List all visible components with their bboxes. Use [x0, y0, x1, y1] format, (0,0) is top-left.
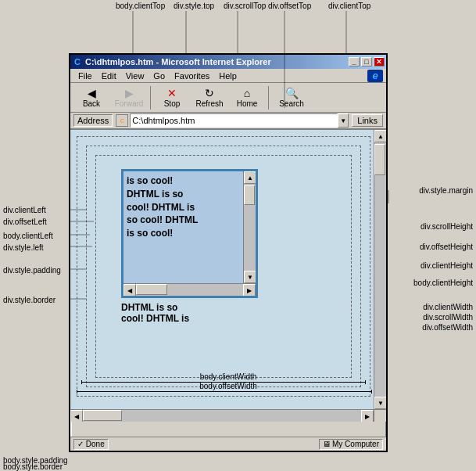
body-offset-width-line [77, 391, 372, 392]
annotation-body-client-height: body.clientHeight [413, 279, 473, 287]
div-content: is so cool! DHTML is so cool! DHTML is s… [123, 171, 256, 243]
annotation-div-offset-left: div.offsetLeft [3, 218, 47, 226]
annotation-div-offset-width: div.offsetWidth [422, 323, 473, 332]
close-button[interactable]: ✕ [374, 57, 385, 67]
menu-go[interactable]: Go [149, 70, 170, 81]
annotation-div-client-top: div.clientTop [328, 2, 370, 10]
browser-content: is so cool! DHTML is so cool! DHTML is s… [70, 130, 386, 422]
main-scroll-left[interactable]: ◀ [70, 410, 83, 422]
status-zone-text: My Computer [332, 440, 379, 448]
menu-favorites[interactable]: Favorites [170, 70, 214, 81]
annotation-div-offset-height: div.offsetHeight [420, 243, 473, 251]
main-scrollbar-h: ◀ ▶ [70, 409, 374, 422]
refresh-button[interactable]: ↻ Refresh [191, 84, 227, 111]
stop-label: Stop [164, 99, 181, 108]
ie-icon: C [72, 56, 83, 67]
menu-bar: File Edit View Go Favorites Help e [70, 69, 386, 83]
annotation-body-style-border: body.style.border [3, 462, 63, 471]
scrollable-div-inner: is so cool! DHTML is so cool! DHTML is s… [123, 171, 256, 296]
menu-file[interactable]: File [73, 70, 97, 81]
h-scroll-thumb [136, 284, 167, 295]
body-offset-width-label: body.offsetWidth [199, 382, 257, 390]
address-bar: Address C C:\dhtmlpos.htm ▼ Links [70, 113, 386, 130]
main-scroll-down[interactable]: ▼ [374, 397, 386, 409]
toolbar: ◀ Back ▶ Forward ✕ Stop ↻ Refresh ⌂ Home [70, 83, 386, 113]
corner-piece [374, 409, 386, 422]
scroll-left-button[interactable]: ◀ [123, 284, 136, 297]
div-scrollbar-v: ▲ ▼ [243, 171, 256, 283]
maximize-button[interactable]: □ [361, 57, 372, 67]
address-dropdown[interactable]: ▼ [338, 113, 349, 128]
status-zone: 🖥 My Computer [319, 439, 383, 450]
title-bar-left: C C:\dhtmlpos.htm - Microsoft Internet E… [72, 56, 271, 67]
annotation-div-style-padding: div.style.padding [3, 266, 61, 275]
ie-logo: e [367, 70, 383, 82]
title-bar-buttons[interactable]: _ □ ✕ [349, 57, 385, 67]
scrollable-div: is so cool! DHTML is so cool! DHTML is s… [121, 169, 258, 298]
forward-button[interactable]: ▶ Forward [111, 84, 147, 111]
toolbar-separator-1 [150, 86, 151, 110]
scroll-right-button[interactable]: ▶ [243, 284, 256, 297]
status-done: ✓ Done [73, 439, 109, 450]
main-v-track [374, 142, 386, 397]
annotation-div-scroll-width: div.scrollWidth [423, 313, 473, 322]
main-h-thumb [83, 410, 122, 421]
menu-help[interactable]: Help [214, 70, 242, 81]
address-input[interactable]: C:\dhtmlpos.htm [130, 113, 338, 128]
annotation-div-scroll-top: div.scrollTop [224, 2, 266, 10]
v-scroll-track [244, 184, 256, 271]
address-label: Address [73, 114, 113, 127]
h-scroll-track [136, 284, 243, 296]
annotation-div-client-left: div.clientLeft [3, 206, 46, 214]
status-done-text: Done [86, 440, 105, 448]
annotation-body-client-top: body.clientTop [116, 2, 165, 10]
v-scroll-thumb [244, 185, 255, 205]
back-label: Back [83, 99, 100, 108]
home-button[interactable]: ⌂ Home [229, 84, 265, 111]
search-label: Search [279, 99, 304, 108]
main-v-thumb [374, 144, 385, 175]
back-icon: ◀ [88, 87, 96, 99]
annotation-div-scroll-height: div.scrollHeight [421, 222, 473, 231]
forward-icon: ▶ [125, 87, 134, 99]
forward-label: Forward [115, 99, 144, 108]
main-scrollbar-v: ▲ ▼ [374, 130, 386, 409]
annotation-div-style-left: div.style.left [3, 243, 44, 252]
ie-browser-window: C C:\dhtmlpos.htm - Microsoft Internet E… [69, 53, 388, 452]
links-button[interactable]: Links [352, 114, 383, 127]
main-scroll-right[interactable]: ▶ [361, 410, 374, 422]
status-bar: ✓ Done 🖥 My Computer [70, 437, 386, 451]
home-icon: ⌂ [244, 87, 250, 99]
menu-edit[interactable]: Edit [97, 70, 121, 81]
annotation-div-style-top: div.style.top [174, 2, 214, 10]
menu-view[interactable]: View [121, 70, 149, 81]
main-h-track [83, 410, 361, 422]
refresh-icon: ↻ [205, 87, 214, 99]
toolbar-separator-2 [268, 86, 269, 110]
annotation-body-client-left: body.clientLeft [3, 232, 53, 240]
diagram-area: body.clientTop div.style.top div.scrollT… [0, 0, 476, 471]
stop-button[interactable]: ✕ Stop [154, 84, 190, 111]
annotation-div-style-border: div.style.border [3, 296, 55, 304]
main-scroll-up[interactable]: ▲ [374, 130, 386, 142]
annotation-div-offset-top: div.offsetTop [268, 2, 311, 10]
minimize-button[interactable]: _ [349, 57, 360, 67]
annotation-div-style-margin: div.style.margin [419, 186, 473, 195]
page-icon: C [116, 114, 128, 127]
scroll-up-button[interactable]: ▲ [244, 171, 256, 184]
title-bar: C C:\dhtmlpos.htm - Microsoft Internet E… [70, 55, 386, 69]
refresh-label: Refresh [195, 99, 223, 108]
home-label: Home [237, 99, 258, 108]
annotation-div-client-width: div.clientWidth [423, 303, 473, 311]
div-scrollbar-h: ◀ ▶ [123, 283, 256, 296]
title-bar-text: C:\dhtmlpos.htm - Microsoft Internet Exp… [85, 57, 271, 67]
scroll-down-button[interactable]: ▼ [244, 271, 256, 283]
search-button[interactable]: 🔍 Search [272, 84, 311, 111]
annotation-div-client-height: div.clientHeight [421, 261, 473, 270]
below-div-content: DHTML is so cool! DHTML is [121, 302, 189, 324]
search-icon: 🔍 [285, 87, 299, 99]
stop-icon: ✕ [167, 87, 177, 99]
body-client-width-label: body.clientWidth [200, 372, 257, 381]
back-button[interactable]: ◀ Back [73, 84, 109, 111]
